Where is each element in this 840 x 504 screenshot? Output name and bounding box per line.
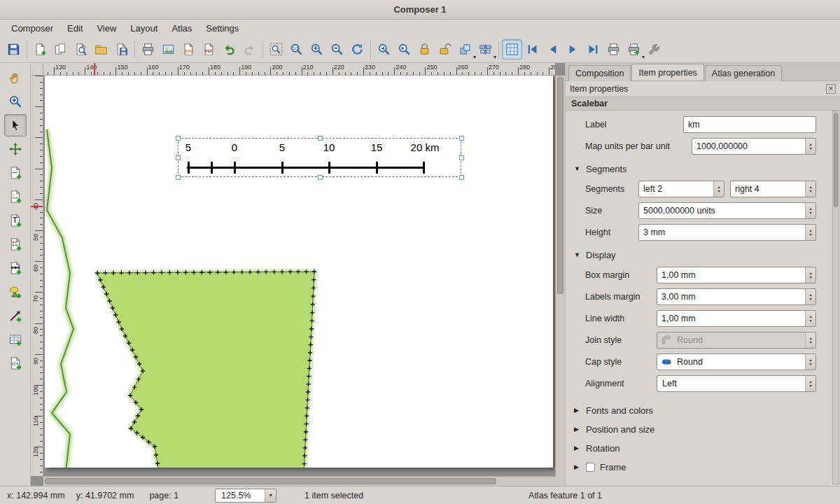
box-margin-spinbox[interactable]: ▴▾	[657, 267, 816, 284]
add-image-button[interactable]	[4, 186, 27, 208]
tab-composition[interactable]: Composition	[568, 65, 631, 81]
tab-item-properties[interactable]: Item properties	[631, 64, 704, 80]
line-width-input[interactable]	[657, 314, 805, 323]
vscroll-thumb[interactable]	[557, 77, 564, 294]
composer-manager-button[interactable]	[71, 39, 91, 59]
atlas-settings-button[interactable]	[644, 39, 664, 59]
selection-handle[interactable]	[459, 175, 464, 180]
map-units-stepper[interactable]: ▴▾	[805, 139, 816, 154]
new-composer-button[interactable]	[30, 39, 50, 59]
atlas-first-feature-button[interactable]	[522, 39, 542, 59]
add-basic-shape-button[interactable]	[4, 281, 27, 303]
labels-margin-input[interactable]	[657, 292, 805, 302]
frame-checkbox[interactable]	[586, 463, 595, 472]
move-item-content-button[interactable]	[4, 138, 27, 160]
frame-group-header[interactable]: ▶ Frame	[574, 460, 840, 474]
atlas-previous-feature-button[interactable]	[542, 39, 563, 59]
align-selected-items-dropdown-arrow[interactable]: ▾	[493, 55, 496, 60]
segments-left-input[interactable]	[639, 184, 713, 194]
segments-left-spinbox[interactable]: ▴▾	[638, 181, 724, 197]
redo-button[interactable]	[239, 39, 260, 59]
display-group-header[interactable]: ▼ Display	[574, 248, 840, 262]
add-new-label-button[interactable]	[4, 209, 27, 232]
duplicate-composer-button[interactable]	[50, 39, 71, 59]
line-width-stepper[interactable]: ▴▾	[805, 311, 816, 326]
segments-right-spinbox[interactable]: ▴▾	[730, 181, 816, 197]
unlock-all-button[interactable]	[435, 39, 455, 59]
add-new-legend-button[interactable]	[4, 233, 27, 255]
save-as-template-button[interactable]	[111, 39, 132, 59]
box-margin-input[interactable]	[657, 270, 805, 280]
undo-button[interactable]	[219, 39, 239, 59]
cap-style-stepper[interactable]: ▴▾	[805, 354, 816, 370]
selection-handle[interactable]	[176, 175, 181, 180]
menu-layout[interactable]: Layout	[123, 21, 164, 36]
load-from-template-button[interactable]	[91, 39, 111, 59]
zoom-level-combo[interactable]: 125.5% ▼	[215, 489, 276, 503]
zoom-next-button[interactable]	[394, 39, 414, 59]
size-stepper[interactable]: ▴▾	[805, 203, 816, 218]
selection-handle[interactable]	[318, 136, 323, 141]
selection-handle[interactable]	[176, 155, 181, 160]
atlas-next-feature-button[interactable]	[563, 39, 583, 59]
segments-group-header[interactable]: ▼ Segments	[574, 162, 840, 176]
menu-atlas[interactable]: Atlas	[164, 21, 199, 36]
selection-handle[interactable]	[459, 136, 464, 141]
selection-handle[interactable]	[176, 136, 181, 141]
menu-composer[interactable]: Composer	[4, 21, 60, 36]
tab-atlas-generation[interactable]: Atlas generation	[705, 65, 782, 81]
size-input[interactable]	[639, 206, 805, 216]
atlas-preview-button[interactable]	[502, 39, 522, 59]
print-button[interactable]	[138, 39, 158, 59]
panel-close-button[interactable]: ×	[826, 84, 836, 94]
menu-settings[interactable]: Settings	[199, 21, 246, 36]
labels-margin-stepper[interactable]: ▴▾	[805, 289, 816, 304]
composition-page[interactable]: 505101520 km	[45, 76, 553, 468]
label-input[interactable]	[683, 116, 816, 133]
menu-view[interactable]: View	[90, 21, 123, 36]
map-units-input[interactable]	[692, 141, 805, 151]
save-project-button[interactable]	[4, 39, 24, 59]
zoom-100-button[interactable]	[286, 39, 307, 59]
spin-down-icon[interactable]: ▾	[809, 146, 811, 150]
zoom-dropdown-arrow[interactable]: ▼	[265, 489, 276, 502]
export-as-image-button[interactable]	[158, 39, 178, 59]
add-new-map-button[interactable]	[4, 162, 27, 184]
scalebar-item[interactable]: 505101520 km	[178, 138, 461, 177]
map-units-spinbox[interactable]: ▴▾	[692, 138, 816, 155]
export-atlas-button[interactable]: ▾	[624, 39, 644, 59]
print-atlas-button[interactable]	[603, 39, 624, 59]
canvas-horizontal-scrollbar[interactable]	[43, 476, 555, 486]
canvas-vertical-scrollbar[interactable]	[555, 76, 565, 476]
refresh-view-button[interactable]	[347, 39, 368, 59]
line-width-spinbox[interactable]: ▴▾	[657, 310, 816, 327]
atlas-last-feature-button[interactable]	[583, 39, 603, 59]
height-spinbox[interactable]: ▴▾	[638, 224, 816, 241]
alignment-stepper[interactable]: ▴▾	[805, 376, 816, 391]
height-input[interactable]	[639, 227, 805, 237]
zoom-last-button[interactable]	[374, 39, 394, 59]
selection-handle[interactable]	[318, 175, 323, 180]
align-selected-items-button[interactable]: ▾	[475, 39, 496, 59]
cap-style-combo[interactable]: Round ▴▾	[657, 354, 816, 370]
box-margin-stepper[interactable]: ▴▾	[805, 267, 816, 283]
canvas-viewport[interactable]: 505101520 km	[43, 76, 555, 476]
height-stepper[interactable]: ▴▾	[805, 225, 816, 240]
fonts-and-colors-group-header[interactable]: ▶ Fonts and colors	[574, 403, 840, 417]
zoom-out-button[interactable]	[327, 39, 347, 59]
zoom-button[interactable]	[4, 90, 27, 113]
selection-handle[interactable]	[459, 155, 464, 160]
raise-selected-items-button[interactable]: ▾	[455, 39, 475, 59]
hscroll-thumb[interactable]	[45, 478, 496, 484]
segments-right-stepper[interactable]: ▴▾	[805, 181, 816, 197]
titlebar[interactable]: Composer 1	[0, 0, 840, 20]
pan-button[interactable]	[4, 66, 27, 89]
segments-right-input[interactable]	[731, 184, 805, 194]
add-html-frame-button[interactable]	[4, 352, 27, 374]
segments-left-stepper[interactable]: ▴▾	[713, 181, 724, 197]
menu-edit[interactable]: Edit	[60, 21, 90, 36]
export-as-svg-button[interactable]	[178, 39, 199, 59]
rotation-group-header[interactable]: ▶ Rotation	[574, 441, 840, 455]
select-move-item-button[interactable]	[4, 114, 27, 136]
export-as-pdf-button[interactable]	[199, 39, 219, 59]
